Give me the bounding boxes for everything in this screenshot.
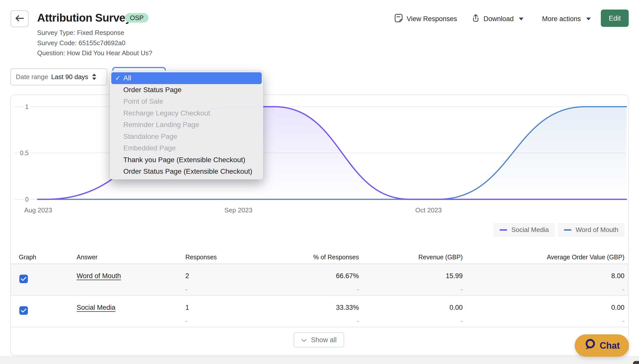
responses-line-chart <box>11 95 628 213</box>
pct-value: 33.33% <box>336 304 359 312</box>
dropdown-option-order-status-page-ec[interactable]: Order Status Page (Extensible Checkout) <box>111 166 262 177</box>
download-label: Download <box>484 15 514 23</box>
responses-value: 1 <box>185 304 189 312</box>
revenue-value: 15.99 <box>446 272 463 280</box>
graph-checkbox[interactable] <box>19 306 28 315</box>
page-footer-background <box>0 356 639 364</box>
upload-icon <box>472 14 480 24</box>
edit-button[interactable]: Edit <box>601 10 629 27</box>
aov-sub: - <box>622 286 624 293</box>
dropdown-option-recharge-legacy-checkout: Recharge Legacy Checkout <box>111 107 262 119</box>
table-header-row: Graph Answer Responses % of Responses Re… <box>11 251 628 264</box>
arrow-left-icon <box>15 14 24 23</box>
col-header-graph: Graph <box>19 254 36 261</box>
date-range-select[interactable]: Date range Last 90 days <box>10 68 107 85</box>
y-axis-tick-1: 1 <box>11 103 30 111</box>
y-axis-tick-05: 0.5 <box>11 149 30 157</box>
survey-question-text: Question: How Did You Hear About Us? <box>37 49 152 57</box>
dropdown-option-reminder-landing-page: Reminder Landing Page <box>111 119 262 131</box>
table-row: Word of Mouth 2 - 66.67% - 15.99 - 8.00 … <box>11 264 628 296</box>
osp-badge: OSP <box>125 13 148 23</box>
survey-code-text: Survey Code: 65155c7d692a0 <box>37 39 125 47</box>
col-header-aov: Average Order Value (GBP) <box>547 254 624 261</box>
col-header-pct-responses: % of Responses <box>313 254 359 261</box>
back-button[interactable] <box>11 10 29 27</box>
dropdown-option-order-status-page[interactable]: Order Status Page <box>111 84 262 96</box>
select-arrows-icon <box>92 74 96 80</box>
check-icon: ✓ <box>115 74 121 82</box>
x-axis-label-aug-2023: Aug 2023 <box>24 206 52 214</box>
revenue-sub: - <box>461 286 463 293</box>
bottom-right-peek <box>633 361 639 364</box>
x-axis-label-sep-2023: Sep 2023 <box>224 206 252 214</box>
responses-value: 2 <box>185 272 189 280</box>
answer-link[interactable]: Social Media <box>77 304 116 312</box>
social-media-dash-icon <box>500 229 507 231</box>
chevron-down-icon <box>301 336 307 344</box>
responses-sub: - <box>185 317 187 324</box>
word-of-mouth-dash-icon <box>564 229 571 231</box>
date-range-value: Last 90 days <box>51 73 88 81</box>
show-all-button[interactable]: Show all <box>294 332 344 347</box>
aov-value: 0.00 <box>611 304 624 312</box>
legend-item-social-media[interactable]: Social Media <box>494 223 555 237</box>
more-actions-label: More actions <box>542 15 581 23</box>
legend-item-word-of-mouth[interactable]: Word of Mouth <box>558 223 624 237</box>
table-row: Social Media 1 - 33.33% - 0.00 - 0.00 - <box>11 296 628 327</box>
page-filter-dropdown-menu: ✓ All Order Status Page Point of Sale Re… <box>110 71 263 179</box>
col-header-responses: Responses <box>185 254 217 261</box>
analytics-card: 1 0.5 0 Aug 2023 Sep 2023 Oct 2023 Socia… <box>10 94 629 356</box>
note-icon <box>394 14 403 24</box>
view-responses-label: View Responses <box>407 15 457 23</box>
date-range-label: Date range <box>16 73 48 81</box>
chat-bubble-icon <box>584 338 596 353</box>
survey-type-text: Survey Type: Fixed Response <box>37 29 124 37</box>
dropdown-option-standalone-page: Standalone Page <box>111 131 262 143</box>
page-title: Attribution Survey <box>37 12 131 24</box>
pct-sub: - <box>357 286 359 293</box>
chat-button[interactable]: Chat <box>575 334 629 357</box>
answers-table: Graph Answer Responses % of Responses Re… <box>11 251 628 327</box>
aov-sub: - <box>622 317 624 324</box>
download-button[interactable]: Download <box>472 13 523 25</box>
revenue-value: 0.00 <box>449 304 463 312</box>
x-axis-label-oct-2023: Oct 2023 <box>415 206 442 214</box>
y-axis-tick-0: 0 <box>11 195 30 203</box>
responses-sub: - <box>185 286 187 293</box>
view-responses-button[interactable]: View Responses <box>394 13 457 25</box>
dropdown-option-thank-you-page[interactable]: Thank you Page (Extensible Checkout) <box>111 154 262 166</box>
dropdown-option-embedded-page: Embedded Page <box>111 142 262 154</box>
caret-down-icon <box>519 18 523 20</box>
caret-down-icon <box>586 18 591 20</box>
dropdown-option-all[interactable]: ✓ All <box>111 72 262 84</box>
more-actions-button[interactable]: More actions <box>542 13 591 25</box>
col-header-revenue: Revenue (GBP) <box>418 254 463 261</box>
aov-value: 8.00 <box>611 272 624 280</box>
graph-checkbox[interactable] <box>19 275 28 283</box>
revenue-sub: - <box>461 317 463 324</box>
pct-sub: - <box>357 317 359 324</box>
col-header-answer: Answer <box>77 254 97 261</box>
answer-link[interactable]: Word of Mouth <box>77 272 121 280</box>
dropdown-option-point-of-sale: Point of Sale <box>111 96 262 107</box>
attribution-survey-page: Attribution Survey OSP Survey Type: Fixe… <box>0 0 639 364</box>
pct-value: 66.67% <box>336 272 359 280</box>
